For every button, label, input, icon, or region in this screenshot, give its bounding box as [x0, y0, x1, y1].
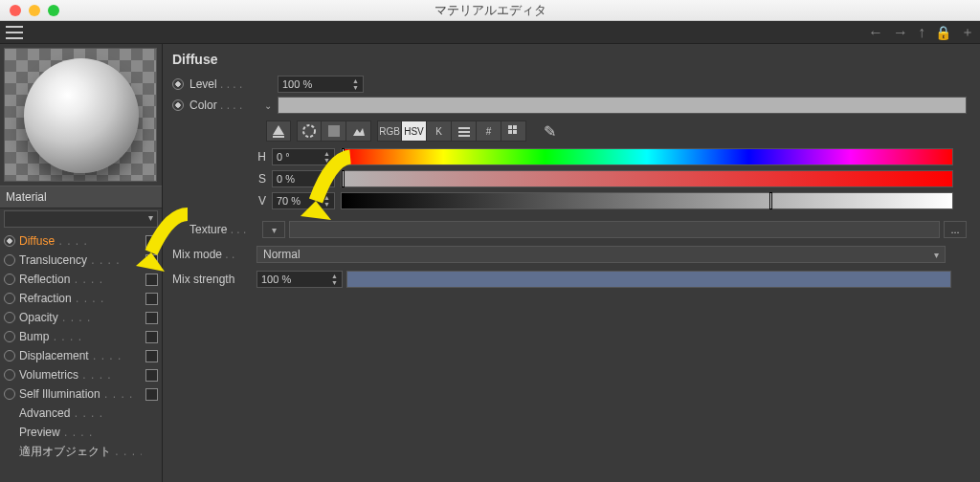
channel-reflection[interactable]: Reflection . . . . — [0, 270, 162, 289]
toolbar: ← → ↑ 🔒 ＋ — [0, 21, 980, 44]
channel-label: Bump . . . . — [19, 330, 142, 343]
mixstrength-bar[interactable] — [346, 271, 951, 288]
mixmode-select[interactable]: Normal — [256, 246, 946, 263]
nav-icons: ← → ↑ 🔒 ＋ — [868, 24, 974, 41]
mode-picture-icon[interactable] — [346, 120, 371, 142]
titlebar: マテリアルエディタ — [0, 0, 980, 21]
channel-checkbox[interactable] — [145, 254, 158, 267]
svg-rect-10 — [508, 130, 512, 134]
channel-radio[interactable] — [4, 388, 15, 400]
svg-rect-1 — [273, 136, 284, 138]
texture-path-field[interactable] — [289, 221, 940, 238]
mode-rgb-button[interactable]: RGB — [377, 120, 402, 142]
channel-radio[interactable] — [4, 350, 15, 362]
lock-icon[interactable]: 🔒 — [935, 25, 951, 40]
channel-checkbox[interactable] — [145, 369, 158, 382]
channel-checkbox[interactable] — [145, 293, 158, 305]
channel-適用オブジェクト[interactable]: 適用オブジェクト . . . . — [0, 442, 162, 461]
material-name-dropdown[interactable] — [4, 210, 158, 228]
svg-rect-3 — [328, 125, 340, 137]
channel-displacement[interactable]: Displacement . . . . — [0, 346, 162, 365]
channel-label: 適用オブジェクト . . . . — [19, 444, 142, 460]
channel-label: Opacity . . . . — [19, 311, 142, 324]
material-preview[interactable] — [4, 48, 157, 182]
s-input[interactable]: 0 %▲▼ — [272, 170, 335, 187]
channel-radio[interactable] — [4, 254, 15, 266]
channel-preview[interactable]: Preview . . . . — [0, 423, 162, 442]
mixstrength-input[interactable]: 100 %▲▼ — [256, 271, 343, 288]
nav-up-icon[interactable]: ↑ — [918, 24, 925, 41]
hsv-s-row: S 0 %▲▼ — [172, 169, 970, 188]
channel-list: Diffuse . . . .Translucency . . . .Refle… — [0, 230, 162, 463]
mode-swatches-icon[interactable] — [501, 120, 526, 142]
eyedropper-icon[interactable]: ✎ — [544, 122, 556, 141]
channel-label: Refraction . . . . — [19, 292, 142, 305]
channel-radio[interactable] — [4, 235, 15, 247]
channel-radio[interactable] — [4, 331, 15, 342]
channel-label: Self Illumination . . . . — [19, 387, 142, 401]
channel-label: Volumetrics . . . . — [19, 368, 142, 382]
mode-gradient-icon[interactable] — [266, 120, 291, 142]
svg-marker-4 — [353, 128, 365, 136]
color-mode-row: RGB HSV K # ✎ — [266, 120, 970, 142]
channel-label: Displacement . . . . — [19, 349, 142, 362]
svg-rect-8 — [508, 125, 512, 129]
v-input[interactable]: 70 %▲▼ — [272, 192, 335, 209]
texture-browse-button[interactable]: ... — [944, 221, 967, 238]
channel-radio[interactable] — [4, 274, 15, 285]
texture-row: Texture . . . ▾ ... — [172, 220, 970, 239]
h-input[interactable]: 0 °▲▼ — [272, 148, 335, 165]
s-slider[interactable] — [341, 170, 953, 187]
nav-forward-icon[interactable]: → — [893, 24, 908, 41]
mode-hsv-button[interactable]: HSV — [402, 120, 427, 142]
properties-panel: Diffuse Level . . . . 100 % ▲▼ Color . .… — [163, 44, 980, 482]
window-title: マテリアルエディタ — [0, 2, 980, 19]
mode-k-button[interactable]: K — [427, 120, 452, 142]
mode-hex-button[interactable]: # — [477, 120, 501, 142]
mode-colorwheel-icon[interactable] — [297, 120, 322, 142]
sidebar: Material Diffuse . . . .Translucency . .… — [0, 44, 163, 482]
texture-label: Texture . . . — [189, 223, 262, 236]
channel-diffuse[interactable]: Diffuse . . . . — [0, 231, 162, 251]
nav-back-icon[interactable]: ← — [868, 24, 883, 41]
channel-translucency[interactable]: Translucency . . . . — [0, 251, 162, 270]
panel-title: Diffuse — [172, 52, 970, 67]
hsv-h-row: H 0 °▲▼ — [172, 147, 970, 166]
channel-checkbox[interactable] — [145, 331, 158, 343]
texture-dropdown[interactable]: ▾ — [262, 221, 285, 238]
color-collapse-icon[interactable]: ⌄ — [262, 100, 274, 111]
channel-checkbox[interactable] — [145, 312, 158, 324]
channel-self-illumination[interactable]: Self Illumination . . . . — [0, 384, 162, 404]
channel-opacity[interactable]: Opacity . . . . — [0, 308, 162, 327]
preview-sphere — [24, 58, 139, 173]
channel-advanced[interactable]: Advanced . . . . — [0, 404, 162, 423]
channel-radio[interactable] — [4, 293, 15, 304]
color-radio[interactable] — [172, 99, 184, 111]
channel-label: Reflection . . . . — [19, 273, 142, 286]
h-slider[interactable] — [341, 148, 953, 165]
mode-square-icon[interactable] — [322, 120, 346, 142]
mixmode-row: Mix mode . . Normal — [172, 245, 970, 264]
channel-label: Preview . . . . — [19, 426, 142, 439]
v-slider[interactable] — [341, 192, 953, 209]
channel-checkbox[interactable] — [145, 274, 158, 286]
channel-checkbox[interactable] — [145, 350, 158, 362]
mixstrength-row: Mix strength 100 %▲▼ — [172, 270, 970, 289]
svg-rect-7 — [458, 135, 470, 137]
hamburger-menu-icon[interactable] — [6, 26, 23, 39]
s-label: S — [247, 172, 266, 186]
channel-checkbox[interactable] — [145, 235, 158, 248]
mode-bars-icon[interactable] — [452, 120, 477, 142]
hsv-v-row: V 70 %▲▼ — [172, 191, 970, 210]
level-input[interactable]: 100 % ▲▼ — [278, 76, 364, 93]
channel-checkbox[interactable] — [145, 388, 158, 401]
color-swatch[interactable] — [278, 97, 967, 114]
channel-refraction[interactable]: Refraction . . . . — [0, 289, 162, 308]
level-radio[interactable] — [172, 78, 184, 90]
add-icon[interactable]: ＋ — [961, 24, 974, 41]
channel-bump[interactable]: Bump . . . . — [0, 327, 162, 346]
v-label: V — [247, 194, 266, 208]
channel-volumetrics[interactable]: Volumetrics . . . . — [0, 365, 162, 384]
channel-radio[interactable] — [4, 369, 15, 381]
channel-radio[interactable] — [4, 312, 15, 323]
